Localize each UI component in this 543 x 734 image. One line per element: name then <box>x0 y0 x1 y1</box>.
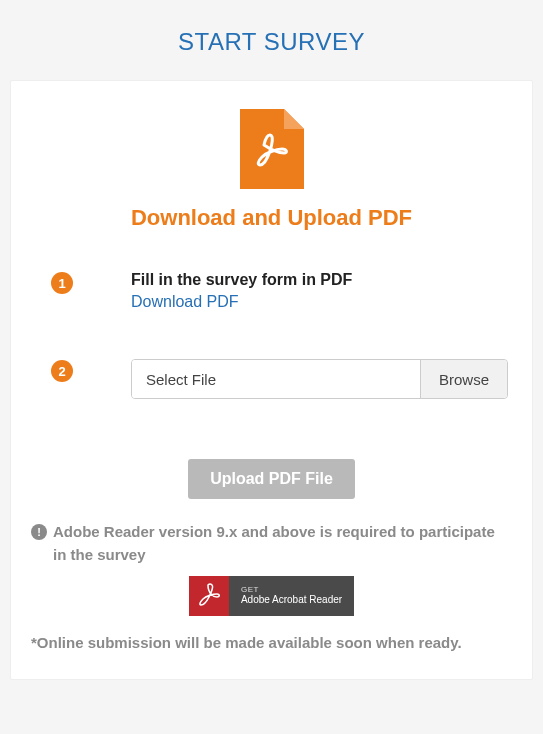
page-title: START SURVEY <box>0 0 543 80</box>
step-badge-1: 1 <box>51 272 73 294</box>
step-badge-2: 2 <box>51 360 73 382</box>
file-input-placeholder[interactable]: Select File <box>132 360 420 398</box>
info-icon: ! <box>31 524 47 540</box>
upload-button[interactable]: Upload PDF File <box>188 459 355 499</box>
adobe-get-label: GET <box>241 586 342 595</box>
survey-card: Download and Upload PDF 1 Fill in the su… <box>10 80 533 680</box>
step-1: 1 Fill in the survey form in PDF Downloa… <box>31 271 512 311</box>
footnote: *Online submission will be made availabl… <box>31 634 512 651</box>
adobe-name-label: Adobe Acrobat Reader <box>241 594 342 606</box>
download-pdf-link[interactable]: Download PDF <box>131 293 239 310</box>
section-title: Download and Upload PDF <box>31 205 512 231</box>
adobe-logo-icon <box>189 576 229 616</box>
file-picker[interactable]: Select File Browse <box>131 359 508 399</box>
pdf-file-icon <box>240 109 304 193</box>
adobe-note-text: Adobe Reader version 9.x and above is re… <box>53 521 512 566</box>
browse-button[interactable]: Browse <box>420 360 507 398</box>
pdf-icon-wrap <box>31 109 512 193</box>
step-1-text: Fill in the survey form in PDF <box>131 271 512 289</box>
adobe-reader-button[interactable]: GET Adobe Acrobat Reader <box>189 576 354 616</box>
adobe-note: ! Adobe Reader version 9.x and above is … <box>31 521 512 566</box>
step-2: 2 Select File Browse <box>31 359 512 399</box>
